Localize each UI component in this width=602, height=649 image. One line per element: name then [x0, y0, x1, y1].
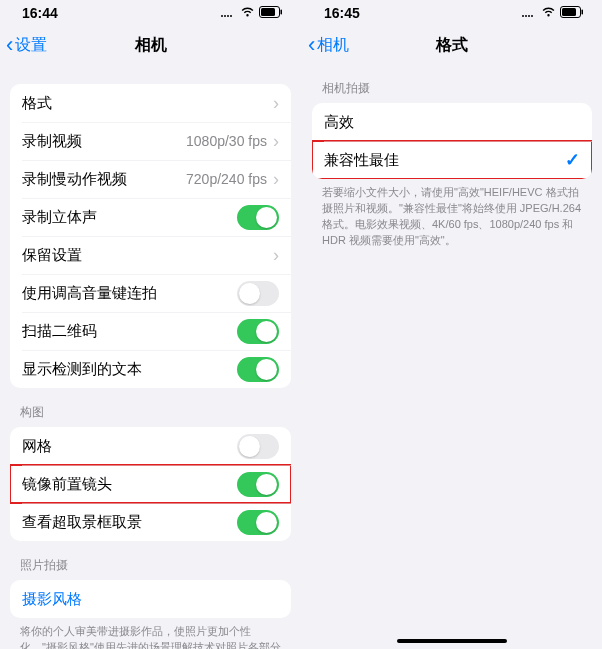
row-label: 摄影风格 — [22, 590, 279, 609]
svg-point-3 — [230, 15, 232, 17]
row-high-efficiency[interactable]: 高效 — [312, 103, 592, 141]
status-time: 16:45 — [324, 5, 360, 21]
row-detected-text: 显示检测到的文本 — [10, 350, 291, 388]
group-composition: 网格 镜像前置镜头 查看超取景框取景 — [10, 427, 291, 541]
battery-icon — [259, 5, 283, 21]
switch-stereo[interactable] — [237, 205, 279, 230]
row-preserve-settings[interactable]: 保留设置 › — [10, 236, 291, 274]
back-button[interactable]: ‹ 设置 — [6, 34, 47, 56]
nav-bar: ‹ 设置 相机 — [0, 26, 301, 64]
row-stereo-sound: 录制立体声 — [10, 198, 291, 236]
cellular-icon — [521, 5, 537, 21]
status-bar: 16:45 — [302, 0, 602, 26]
svg-point-10 — [531, 15, 533, 17]
group-photo-capture: 摄影风格 — [10, 580, 291, 618]
content-scroll[interactable]: 相机拍摄 高效 兼容性最佳 ✓ 若要缩小文件大小，请使用"高效"HEIF/HEV… — [302, 64, 602, 649]
row-label: 扫描二维码 — [22, 322, 237, 341]
section-header-composition: 构图 — [10, 388, 291, 427]
svg-point-7 — [522, 15, 524, 17]
row-formats[interactable]: 格式 › — [10, 84, 291, 122]
chevron-left-icon: ‹ — [6, 34, 13, 56]
svg-point-2 — [227, 15, 229, 17]
wifi-icon — [541, 5, 556, 21]
svg-point-1 — [224, 15, 226, 17]
content-scroll[interactable]: 格式 › 录制视频 1080p/30 fps › 录制慢动作视频 720p/24… — [0, 64, 301, 649]
status-bar: 16:44 — [0, 0, 301, 26]
row-scan-qr: 扫描二维码 — [10, 312, 291, 350]
svg-point-8 — [525, 15, 527, 17]
row-label: 镜像前置镜头 — [22, 475, 237, 494]
switch-grid[interactable] — [237, 434, 279, 459]
back-label: 相机 — [317, 35, 349, 56]
group-format-options: 高效 兼容性最佳 ✓ — [312, 103, 592, 179]
section-header-photo-capture: 照片拍摄 — [10, 541, 291, 580]
svg-rect-12 — [562, 8, 576, 16]
row-mirror-front: 镜像前置镜头 — [10, 465, 291, 503]
row-label: 格式 — [22, 94, 273, 113]
chevron-right-icon: › — [273, 94, 279, 112]
svg-rect-13 — [582, 10, 584, 15]
switch-scan-qr[interactable] — [237, 319, 279, 344]
svg-rect-5 — [261, 8, 275, 16]
camera-settings-screen: 16:44 ‹ 设置 相机 格式 › 录制视频 1 — [0, 0, 301, 649]
row-detail: 720p/240 fps — [186, 171, 267, 187]
row-label: 兼容性最佳 — [324, 151, 565, 170]
chevron-right-icon: › — [273, 246, 279, 264]
row-record-slomo[interactable]: 录制慢动作视频 720p/240 fps › — [10, 160, 291, 198]
chevron-right-icon: › — [273, 132, 279, 150]
switch-detected-text[interactable] — [237, 357, 279, 382]
svg-point-0 — [221, 15, 223, 17]
status-time: 16:44 — [22, 5, 58, 21]
row-view-outside-frame: 查看超取景框取景 — [10, 503, 291, 541]
row-label: 保留设置 — [22, 246, 273, 265]
row-volume-burst: 使用调高音量键连拍 — [10, 274, 291, 312]
row-label: 录制视频 — [22, 132, 186, 151]
row-grid: 网格 — [10, 427, 291, 465]
svg-rect-6 — [281, 10, 283, 15]
footer-photo-capture: 将你的个人审美带进摄影作品，使照片更加个性化。"摄影风格"使用先进的场景理解技术… — [10, 618, 291, 649]
formats-screen: 16:45 ‹ 相机 格式 相机拍摄 高效 兼容性最佳 ✓ — [301, 0, 602, 649]
nav-bar: ‹ 相机 格式 — [302, 26, 602, 64]
row-label: 查看超取景框取景 — [22, 513, 237, 532]
row-most-compatible[interactable]: 兼容性最佳 ✓ — [312, 141, 592, 179]
wifi-icon — [240, 5, 255, 21]
row-label: 使用调高音量键连拍 — [22, 284, 237, 303]
group-capture: 格式 › 录制视频 1080p/30 fps › 录制慢动作视频 720p/24… — [10, 84, 291, 388]
checkmark-icon: ✓ — [565, 149, 580, 171]
row-record-video[interactable]: 录制视频 1080p/30 fps › — [10, 122, 291, 160]
status-icons — [220, 5, 283, 21]
row-detail: 1080p/30 fps — [186, 133, 267, 149]
row-label: 高效 — [324, 113, 580, 132]
row-label: 录制立体声 — [22, 208, 237, 227]
svg-point-9 — [528, 15, 530, 17]
row-photographic-styles[interactable]: 摄影风格 — [10, 580, 291, 618]
chevron-left-icon: ‹ — [308, 34, 315, 56]
switch-mirror-front[interactable] — [237, 472, 279, 497]
chevron-right-icon: › — [273, 170, 279, 188]
switch-outside-frame[interactable] — [237, 510, 279, 535]
back-label: 设置 — [15, 35, 47, 56]
home-indicator[interactable] — [397, 639, 507, 643]
cellular-icon — [220, 5, 236, 21]
back-button[interactable]: ‹ 相机 — [308, 34, 349, 56]
switch-volume-burst[interactable] — [237, 281, 279, 306]
footer-format: 若要缩小文件大小，请使用"高效"HEIF/HEVC 格式拍摄照片和视频。"兼容性… — [312, 179, 592, 249]
row-label: 显示检测到的文本 — [22, 360, 237, 379]
row-label: 录制慢动作视频 — [22, 170, 186, 189]
battery-icon — [560, 5, 584, 21]
row-label: 网格 — [22, 437, 237, 456]
status-icons — [521, 5, 584, 21]
section-header-capture: 相机拍摄 — [312, 64, 592, 103]
